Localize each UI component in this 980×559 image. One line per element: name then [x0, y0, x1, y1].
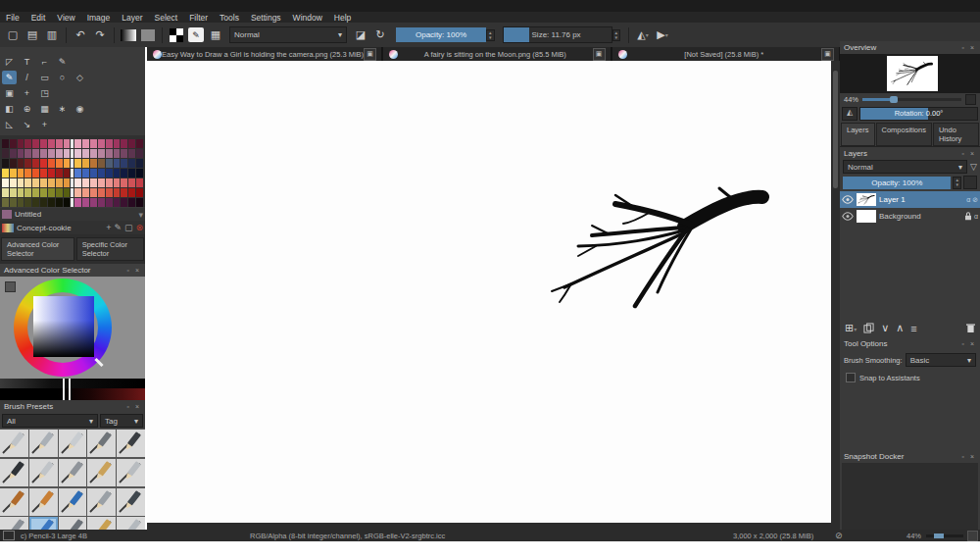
brush-preset-9[interactable]	[87, 459, 116, 486]
size-stepper[interactable]: ▴▾	[612, 29, 621, 41]
mirror-view-icon[interactable]: ◭▾	[634, 26, 652, 44]
add-palette-icon[interactable]: +	[106, 223, 111, 232]
delete-palette-icon[interactable]: ⊗	[135, 223, 143, 232]
measure-tool[interactable]: ↘	[20, 118, 34, 131]
swatch-r4-c14[interactable]	[114, 178, 121, 187]
swatch-r6-c7[interactable]	[56, 198, 63, 207]
swatch-r0-c10[interactable]	[82, 139, 89, 148]
opacity-slider[interactable]: Opacity: 100%	[396, 27, 486, 42]
swatch-r6-c14[interactable]	[114, 198, 121, 207]
swatch-r6-c5[interactable]	[40, 198, 47, 207]
swatch-r2-c5[interactable]	[40, 159, 47, 168]
document-tab-2[interactable]: A fairy is sitting on the Moon.png (85.5…	[383, 47, 612, 61]
advanced-color-selector[interactable]	[0, 277, 145, 379]
canvas-vscrollbar[interactable]	[831, 61, 840, 530]
swatch-r1-c6[interactable]	[48, 149, 55, 158]
snapshot-list[interactable]	[842, 463, 978, 532]
swatch-r5-c10[interactable]	[82, 188, 89, 197]
swatch-r5-c17[interactable]	[136, 188, 143, 197]
brush-preset-6[interactable]	[0, 459, 28, 486]
swatch-r6-c11[interactable]	[90, 198, 97, 207]
rotation-slider[interactable]: Rotation: 0.00°	[859, 107, 978, 121]
swatch-r6-c13[interactable]	[106, 198, 113, 207]
delete-layer-icon[interactable]	[966, 323, 975, 333]
close-tab-icon[interactable]: ▣	[593, 48, 606, 61]
tab-specific-color-selector[interactable]: Specific Color Selector	[76, 237, 144, 261]
swatch-r4-c0[interactable]	[2, 178, 9, 187]
selector-settings-icon[interactable]	[5, 281, 16, 292]
brush-presets-popup-icon[interactable]: ▦	[207, 26, 224, 44]
fill-tool[interactable]: ◉	[73, 102, 87, 116]
line-tool[interactable]: /	[20, 71, 34, 84]
swatch-r4-c1[interactable]	[10, 178, 17, 187]
swatch-r3-c14[interactable]	[114, 169, 121, 178]
swatch-r4-c13[interactable]	[106, 178, 113, 187]
swatch-r5-c4[interactable]	[32, 188, 39, 197]
swatch-r4-c2[interactable]	[18, 178, 24, 187]
multibrush-tool[interactable]: ∗	[55, 102, 70, 116]
brush-preset-8[interactable]	[59, 459, 87, 486]
swatch-r6-c1[interactable]	[10, 198, 17, 207]
swatch-r3-c10[interactable]	[82, 169, 89, 178]
menu-view[interactable]: View	[51, 13, 80, 23]
swatch-r3-c16[interactable]	[128, 169, 135, 178]
swatch-r3-c8[interactable]	[64, 169, 71, 178]
duplicate-layer-icon[interactable]	[863, 323, 874, 333]
swatch-r6-c6[interactable]	[48, 198, 55, 207]
menu-layer[interactable]: Layer	[116, 13, 148, 23]
swatch-r0-c16[interactable]	[128, 139, 135, 148]
swatch-r3-c15[interactable]	[121, 169, 127, 178]
docker-buttons-icon[interactable]: ▫ ×	[961, 150, 976, 157]
swatch-r6-c8[interactable]	[64, 198, 71, 207]
swatch-r1-c1[interactable]	[10, 149, 17, 158]
edit-palette-icon[interactable]: ✎	[114, 223, 122, 232]
panel-tab-undo-history[interactable]: Undo History	[933, 123, 979, 146]
status-zoom-slider[interactable]	[926, 534, 963, 537]
swatch-r5-c8[interactable]	[64, 188, 71, 197]
gradient-tool[interactable]: ◧	[2, 102, 17, 116]
swatch-r1-c9[interactable]	[74, 149, 81, 158]
status-profile-icon[interactable]: ⊘	[835, 531, 843, 540]
swatch-r4-c9[interactable]	[74, 178, 81, 187]
swatch-r2-c0[interactable]	[2, 159, 9, 168]
brush-preset-5[interactable]	[117, 430, 145, 457]
swatch-r0-c5[interactable]	[40, 139, 47, 148]
swatch-r0-c11[interactable]	[90, 139, 97, 148]
undo-icon[interactable]: ↶	[72, 26, 89, 44]
menu-filter[interactable]: Filter	[183, 13, 214, 23]
move-layer-down-icon[interactable]: ∨	[881, 322, 889, 334]
swatch-r5-c12[interactable]	[98, 188, 105, 197]
swatch-r0-c0[interactable]	[2, 139, 9, 148]
swatch-r2-c7[interactable]	[56, 159, 63, 168]
document-tab-3[interactable]: [Not Saved] (25.8 MiB) *▣	[612, 47, 841, 61]
brush-filter-dropdown[interactable]: All▾	[2, 414, 98, 428]
menu-select[interactable]: Select	[149, 13, 184, 23]
brush-preset-11[interactable]	[0, 488, 28, 516]
swatch-r0-c7[interactable]	[56, 139, 63, 148]
layer-style-icon[interactable]	[963, 176, 977, 189]
swatch-r3-c4[interactable]	[32, 169, 39, 178]
text-tool[interactable]: T	[20, 55, 34, 69]
swatch-r5-c3[interactable]	[24, 188, 31, 197]
swatch-r1-c15[interactable]	[121, 149, 127, 158]
docker-buttons-icon[interactable]: ▫ ×	[126, 403, 141, 410]
brush-preset-12[interactable]	[29, 488, 58, 516]
wrap-around-icon[interactable]: ▶▾	[654, 26, 671, 44]
docker-buttons-icon[interactable]: ▫ ×	[126, 267, 141, 274]
calligraphy-tool[interactable]: ✎	[55, 55, 70, 69]
tab-advanced-color-selector[interactable]: Advanced Color Selector	[1, 237, 74, 261]
transform-a-layer-tool[interactable]: ◳	[37, 86, 52, 100]
swatch-r3-c11[interactable]	[90, 169, 97, 178]
swatch-r3-c1[interactable]	[10, 169, 17, 178]
opacity-stepper[interactable]: ▴▾	[486, 29, 495, 41]
save-document-icon[interactable]: ▥	[43, 26, 61, 44]
swatch-r3-c12[interactable]	[98, 169, 105, 178]
swatch-r5-c11[interactable]	[90, 188, 97, 197]
layer-row-background[interactable]: Background α	[840, 208, 980, 225]
swatch-r1-c10[interactable]	[82, 149, 89, 158]
swatch-r2-c17[interactable]	[136, 159, 143, 168]
swatch-r5-c16[interactable]	[128, 188, 135, 197]
edit-brush-settings-button[interactable]: ✎	[187, 26, 205, 44]
visibility-eye-icon[interactable]	[842, 212, 854, 221]
move-tool[interactable]: +	[20, 86, 34, 100]
